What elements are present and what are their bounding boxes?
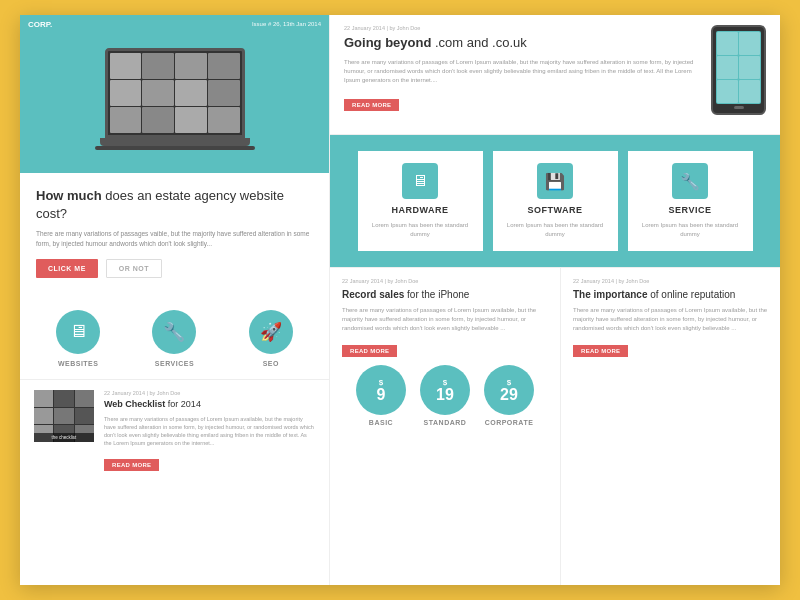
record-sales-body: There are many variations of passages of… [342, 306, 548, 333]
corporate-amount: 29 [500, 387, 518, 403]
record-sales-meta: 22 January 2014 | by John Doe [342, 278, 548, 284]
right-column: 22 January 2014 | by John Doe Going beyo… [330, 15, 780, 585]
record-sales-read-more-button[interactable]: READ MORE [342, 345, 397, 357]
standard-amount: 19 [436, 387, 454, 403]
websites-icon-circle: 🖥 [56, 310, 100, 354]
hero-section: How much does an estate agency website c… [20, 173, 329, 302]
record-sales-heading: Record sales for the iPhone [342, 288, 548, 301]
price-corporate-circle: $ 29 [484, 365, 534, 415]
hero-buttons: CLICK ME OR NOT [36, 259, 313, 278]
icon-websites: 🖥 WEBSITES [56, 310, 100, 367]
price-basic: $ 9 BASIC [356, 365, 406, 426]
record-sales-article: 22 January 2014 | by John Doe Record sal… [330, 268, 561, 585]
software-desc: Lorem Ipsum has been the standard dummy [503, 221, 608, 239]
seo-icon-circle: 🚀 [249, 310, 293, 354]
hardware-desc: Lorem Ipsum has been the standard dummy [368, 221, 473, 239]
price-basic-circle: $ 9 [356, 365, 406, 415]
icon-services: 🔧 SERVICES [152, 310, 196, 367]
price-standard: $ 19 STANDARD [420, 365, 470, 426]
left-column: CORP. Issue # 26, 13th Jan 2014 How much… [20, 15, 330, 585]
top-article-read-more-button[interactable]: READ MORE [344, 99, 399, 111]
bottom-articles: 22 January 2014 | by John Doe Record sal… [330, 267, 780, 585]
phone-home-button [734, 106, 744, 109]
checklist-article: the checklist 22 January 2014 | by John … [20, 379, 329, 481]
online-rep-body: There are many variations of passages of… [573, 306, 768, 333]
standard-label: STANDARD [424, 419, 467, 426]
top-article: 22 January 2014 | by John Doe Going beyo… [330, 15, 780, 135]
issue-text: Issue # 26, 13th Jan 2014 [252, 21, 321, 27]
hardware-icon: 🖥 [402, 163, 438, 199]
seo-label: SEO [263, 360, 279, 367]
pricing-row: $ 9 BASIC $ 19 STANDARD [342, 365, 548, 436]
laptop-mockup [95, 48, 255, 158]
service-card-hardware: 🖥 HARDWARE Lorem Ipsum has been the stan… [358, 151, 483, 251]
price-standard-circle: $ 19 [420, 365, 470, 415]
top-article-meta: 22 January 2014 | by John Doe [344, 25, 701, 31]
checklist-read-more-button[interactable]: READ MORE [104, 459, 159, 471]
laptop-section [20, 33, 329, 173]
services-icon-circle: 🔧 [152, 310, 196, 354]
online-rep-read-more-button[interactable]: READ MORE [573, 345, 628, 357]
services-section: 🖥 HARDWARE Lorem Ipsum has been the stan… [330, 135, 780, 267]
basic-label: BASIC [369, 419, 393, 426]
hero-heading: How much does an estate agency website c… [36, 187, 313, 223]
page-wrapper: CORP. Issue # 26, 13th Jan 2014 How much… [20, 15, 780, 585]
icon-seo: 🚀 SEO [249, 310, 293, 367]
laptop-foot [95, 146, 255, 150]
price-corporate: $ 29 CORPORATE [484, 365, 534, 426]
top-article-body: There are many variations of passages of… [344, 58, 701, 85]
online-reputation-article: 22 January 2014 | by John Doe The import… [561, 268, 780, 585]
hero-body: There are many variations of passages va… [36, 229, 313, 249]
checklist-body: There are many variations of passages of… [104, 415, 315, 448]
service-card-service: 🔧 SERVICE Lorem Ipsum has been the stand… [628, 151, 753, 251]
laptop-base [100, 138, 250, 146]
logo: CORP. [28, 20, 52, 29]
laptop-screen [105, 48, 245, 138]
checklist-thumbnail: the checklist [34, 390, 94, 442]
features-icons-row: 🖥 WEBSITES 🔧 SERVICES 🚀 SEO [20, 302, 329, 379]
top-article-heading: Going beyond .com and .co.uk [344, 35, 701, 52]
service-icon: 🔧 [672, 163, 708, 199]
services-label: SERVICES [155, 360, 194, 367]
online-rep-heading: The importance of online reputation [573, 288, 768, 301]
service-card-software: 💾 SOFTWARE Lorem Ipsum has been the stan… [493, 151, 618, 251]
software-icon: 💾 [537, 163, 573, 199]
phone-screen [716, 31, 761, 104]
websites-label: WEBSITES [58, 360, 99, 367]
phone-mockup [711, 25, 766, 115]
top-article-text: 22 January 2014 | by John Doe Going beyo… [344, 25, 701, 124]
software-title: SOFTWARE [528, 205, 583, 215]
or-not-button[interactable]: OR NOT [106, 259, 162, 278]
basic-amount: 9 [377, 387, 386, 403]
hardware-title: HARDWARE [392, 205, 449, 215]
checklist-heading: Web Checklist for 2014 [104, 399, 315, 411]
thumb-label: the checklist [34, 433, 94, 442]
click-me-button[interactable]: CLICK ME [36, 259, 98, 278]
checklist-content: 22 January 2014 | by John Doe Web Checkl… [104, 390, 315, 471]
online-rep-meta: 22 January 2014 | by John Doe [573, 278, 768, 284]
service-title: SERVICE [669, 205, 712, 215]
service-desc: Lorem Ipsum has been the standard dummy [638, 221, 743, 239]
checklist-meta: 22 January 2014 | by John Doe [104, 390, 315, 396]
corporate-label: CORPORATE [485, 419, 534, 426]
header-bar: CORP. Issue # 26, 13th Jan 2014 [20, 15, 329, 33]
